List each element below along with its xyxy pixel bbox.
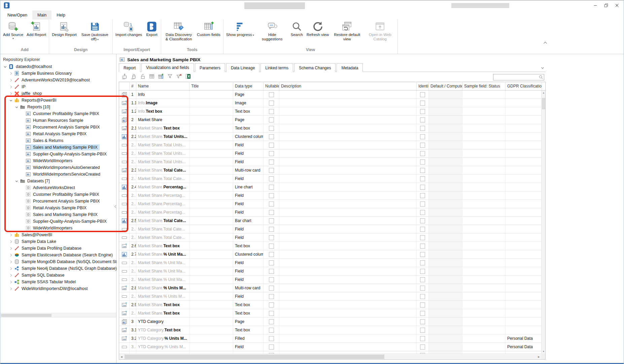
table-row[interactable]: 2.7Market Share.% Unit Ma...Clustered co…: [119, 250, 545, 259]
expander-open-icon[interactable]: [9, 98, 13, 103]
identity-checkbox[interactable]: [420, 92, 425, 97]
restore-default-view-button[interactable]: Restore default view: [331, 20, 363, 41]
identity-checkbox[interactable]: [420, 302, 425, 307]
identity-checkbox[interactable]: [420, 185, 425, 190]
table-row[interactable]: 3.2YTD Category.% Units M...FilledPerson…: [119, 334, 545, 343]
scrollbar-thumb[interactable]: [125, 355, 384, 359]
tree-item-jaffle-shop[interactable]: jaffle_shop: [0, 90, 116, 97]
tab-visualizations-and-fields[interactable]: Visualizations and fields: [141, 63, 194, 72]
save-autosave-off-button[interactable]: Save (autosave off) ▾: [78, 20, 111, 41]
table-row[interactable]: 2...Market Share.Total Units...Field: [119, 141, 545, 149]
tree-item-wideworldiimoprters[interactable]: WideWorldIImoprters: [0, 225, 116, 231]
tree-item-supplier-quality-analysis-sample-pbix[interactable]: Supplier-Quality-Analysis-Sample-PBIX: [0, 151, 116, 157]
identity-checkbox[interactable]: [420, 260, 425, 265]
nullable-checkbox[interactable]: [269, 168, 274, 173]
collapse-ribbon-button[interactable]: [542, 40, 548, 45]
table-row[interactable]: 2...Market Share.% Units M...Field: [119, 292, 545, 301]
table-row[interactable]: 2...Market Share.Total Units...Field: [119, 149, 545, 158]
nullable-checkbox[interactable]: [269, 277, 274, 282]
column-header-identity[interactable]: Identity: [417, 82, 429, 90]
identity-checkbox[interactable]: [420, 311, 425, 316]
expander-closed-icon[interactable]: [9, 260, 13, 264]
tab-metadata[interactable]: Metadata: [337, 63, 363, 72]
menu-tab-new-open[interactable]: New/Open: [2, 10, 32, 20]
maximize-button[interactable]: [601, 1, 612, 9]
identity-checkbox[interactable]: [420, 159, 425, 165]
identity-checkbox[interactable]: [420, 134, 425, 139]
table-row[interactable]: 2.1Market Share.Text boxText box: [119, 124, 545, 133]
tab-report[interactable]: Report: [119, 63, 140, 72]
scrollbar-thumb[interactable]: [542, 98, 545, 109]
dependencies-lock-icon[interactable]: DEP: [131, 73, 137, 81]
expander-closed-icon[interactable]: [9, 287, 13, 291]
expander-closed-icon[interactable]: [9, 246, 13, 251]
tree-item-reports-powerbi[interactable]: Reports@PowerBI: [0, 97, 116, 104]
expander-closed-icon[interactable]: [9, 280, 13, 284]
tab-schema-changes[interactable]: Schema Changes: [294, 63, 336, 72]
tree-item-datasets-7[interactable]: Datasets [7]: [0, 178, 116, 184]
search-input[interactable]: [493, 74, 544, 80]
nullable-checkbox[interactable]: [269, 218, 274, 223]
import-changes-button[interactable]: Import changes: [114, 20, 144, 37]
expander-closed-icon[interactable]: [9, 78, 13, 82]
scroll-right-arrow[interactable]: ▶: [536, 354, 541, 360]
scroll-up-arrow[interactable]: ▲: [542, 90, 546, 95]
export-to-excel-icon[interactable]: [185, 73, 192, 81]
identity-checkbox[interactable]: [420, 168, 425, 173]
expander-closed-icon[interactable]: [9, 266, 13, 271]
nullable-checkbox[interactable]: [269, 109, 274, 114]
identity-checkbox[interactable]: [420, 176, 425, 181]
table-row[interactable]: 2.3Market Share.Total Cate...Multi-row c…: [119, 166, 545, 175]
nullable-checkbox[interactable]: [269, 176, 274, 181]
identity-checkbox[interactable]: [420, 294, 425, 299]
open-in-web-catalog-button[interactable]: Open in Web Catalog: [363, 20, 396, 41]
tree-item-sales-powerbi[interactable]: Sales@PowerBI: [0, 231, 116, 238]
nullable-checkbox[interactable]: [269, 344, 274, 350]
identity-checkbox[interactable]: [420, 117, 425, 122]
export-button[interactable]: Export: [144, 20, 160, 37]
tree-item-worldwideimportersservicecreated[interactable]: WorldWideImportersServiceCreated: [0, 171, 116, 178]
identity-checkbox[interactable]: [420, 143, 425, 148]
tree-item-sample-data-profiling-database[interactable]: Sample Data Profiling Database: [0, 245, 116, 252]
tree-item-sample-elasticsearch-database-search-engine[interactable]: Sample Elasticsearch Database (Search En…: [0, 252, 116, 258]
column-header-[interactable]: #: [130, 82, 136, 90]
identity-checkbox[interactable]: [420, 193, 425, 198]
identity-checkbox[interactable]: [420, 109, 425, 114]
tree-item-sample-ssas-tabular-model[interactable]: Sample SSAS Tabular Model: [0, 279, 116, 285]
identity-checkbox[interactable]: [420, 202, 425, 207]
expander-closed-icon[interactable]: [9, 273, 13, 278]
nullable-checkbox[interactable]: [269, 193, 274, 198]
scrollbar-thumb[interactable]: [1, 314, 51, 317]
identity-checkbox[interactable]: [420, 218, 425, 223]
table-row[interactable]: 2...Market Share.Total Cate...Field: [119, 233, 545, 242]
identity-checkbox[interactable]: [420, 269, 425, 274]
expander-open-icon[interactable]: [14, 179, 19, 183]
tree-item-supplier-quality-analysis-sample-pbix[interactable]: Supplier-Quality-Analysis-Sample-PBIX: [0, 218, 116, 225]
tree-item-procurement-analysis-sample-pbix[interactable]: Procurement Analysis Sample PBIX: [0, 198, 116, 205]
table-row[interactable]: 2...Market Share.Total Cate...Field: [119, 225, 545, 233]
tree-item-adventureworksdirect[interactable]: AdventureWorksDirect: [0, 184, 116, 191]
expander-closed-icon[interactable]: [9, 71, 13, 76]
table-row[interactable]: 2.8Market Share.% Units M...Multi-row ca…: [119, 284, 545, 292]
tab-linked-terms[interactable]: Linked terms: [261, 63, 293, 72]
table-row[interactable]: 3...YTD Category.% Units M...FieldPerson…: [119, 343, 545, 351]
tree-item-customer-profitability-sample-pbix[interactable]: Customer Profitability Sample PBIX: [0, 191, 116, 198]
nullable-checkbox[interactable]: [269, 252, 274, 257]
identity-checkbox[interactable]: [420, 227, 425, 232]
table-row[interactable]: 2...Market Share.% Unit Ma...Field: [119, 267, 545, 276]
table-row[interactable]: 2...Market Share.% Unit Ma...Field: [119, 276, 545, 284]
grid-view-icon[interactable]: [149, 73, 155, 81]
column-header-title[interactable]: Title: [189, 82, 233, 90]
tree-item-procurement-analysis-sample-pbix[interactable]: Procurement Analysis Sample PBIX: [0, 124, 116, 131]
nullable-checkbox[interactable]: [269, 202, 274, 207]
nullable-checkbox[interactable]: [269, 151, 274, 156]
nullable-checkbox[interactable]: [269, 269, 274, 274]
nullable-checkbox[interactable]: [269, 117, 274, 122]
table-row[interactable]: 2...Market Share.Percentag...Field: [119, 200, 545, 208]
sidebar-horizontal-scrollbar[interactable]: [0, 313, 116, 318]
identity-checkbox[interactable]: [420, 336, 425, 341]
nullable-checkbox[interactable]: [269, 244, 274, 249]
data-discovery-classification-button[interactable]: Data Discovery & Classification: [162, 20, 195, 41]
identity-checkbox[interactable]: [420, 235, 425, 240]
tree-item-sales-and-marketing-sample-pbix[interactable]: Sales and Marketing Sample PBIX: [0, 144, 116, 151]
